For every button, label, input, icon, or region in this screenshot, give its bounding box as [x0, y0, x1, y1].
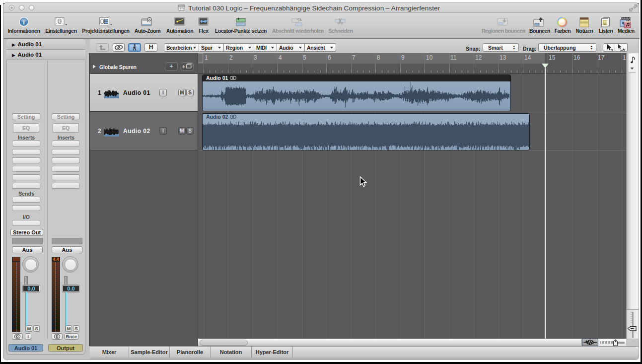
svg-text:+: +	[182, 64, 185, 70]
